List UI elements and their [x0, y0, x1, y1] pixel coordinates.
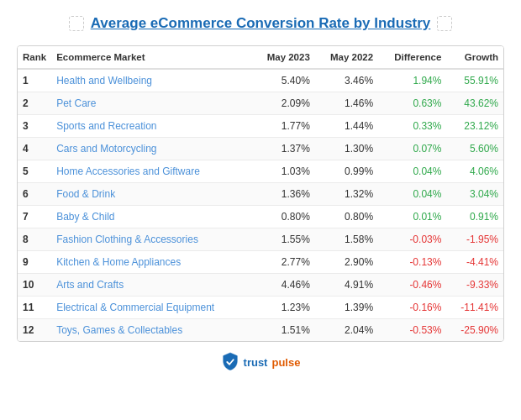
cell-may2023: 5.40% [252, 69, 315, 92]
trustpulse-shield-icon [221, 352, 239, 372]
cell-growth: 43.62% [446, 92, 503, 115]
cell-market: Home Accessories and Giftware [51, 160, 251, 183]
cell-difference: 0.63% [378, 92, 446, 115]
cell-rank: 8 [18, 228, 51, 251]
table-row: 2 Pet Care 2.09% 1.46% 0.63% 43.62% [18, 92, 503, 115]
cell-may2023: 1.36% [252, 183, 315, 206]
title-area: Average eCommerce Conversion Rate by Ind… [17, 15, 504, 32]
cell-may2023: 2.09% [252, 92, 315, 115]
cell-rank: 11 [18, 297, 51, 319]
table-row: 1 Health and Wellbeing 5.40% 3.46% 1.94%… [18, 69, 503, 92]
cell-may2023: 2.77% [252, 251, 315, 274]
cell-difference: 0.33% [378, 115, 446, 138]
cell-may2023: 1.37% [252, 138, 315, 160]
cell-difference: -0.03% [378, 228, 446, 251]
cell-market: Kitchen & Home Appliances [51, 251, 251, 274]
cell-growth: -25.90% [446, 319, 503, 342]
cell-growth: 3.04% [446, 183, 503, 206]
cell-market: Food & Drink [51, 183, 251, 206]
cell-growth: 0.91% [446, 206, 503, 228]
cell-may2022: 1.32% [315, 183, 378, 206]
cell-growth: -9.33% [446, 274, 503, 297]
cell-may2023: 1.03% [252, 160, 315, 183]
brand-trust: trust [244, 356, 268, 369]
cell-market: Toys, Games & Collectables [51, 319, 251, 342]
col-market: Ecommerce Market [51, 46, 251, 69]
col-may2023: May 2023 [252, 46, 315, 69]
data-table-wrapper: Rank Ecommerce Market May 2023 May 2022 … [17, 45, 504, 342]
cell-rank: 7 [18, 206, 51, 228]
table-row: 8 Fashion Clothing & Accessories 1.55% 1… [18, 228, 503, 251]
table-row: 10 Arts and Crafts 4.46% 4.91% -0.46% -9… [18, 274, 503, 297]
cell-market: Arts and Crafts [51, 274, 251, 297]
cell-difference: -0.16% [378, 297, 446, 319]
cell-difference: 0.07% [378, 138, 446, 160]
cell-may2022: 2.90% [315, 251, 378, 274]
col-may2022: May 2022 [315, 46, 378, 69]
cell-may2023: 1.55% [252, 228, 315, 251]
cell-may2022: 0.80% [315, 206, 378, 228]
cell-growth: 23.12% [446, 115, 503, 138]
col-growth: Growth [446, 46, 503, 69]
cell-rank: 9 [18, 251, 51, 274]
cell-may2022: 1.46% [315, 92, 378, 115]
cell-may2022: 1.30% [315, 138, 378, 160]
col-difference: Difference [378, 46, 446, 69]
cell-rank: 1 [18, 69, 51, 92]
table-row: 11 Electrical & Commercial Equipment 1.2… [18, 297, 503, 319]
cell-may2022: 1.44% [315, 115, 378, 138]
table-row: 12 Toys, Games & Collectables 1.51% 2.04… [18, 319, 503, 342]
cell-market: Fashion Clothing & Accessories [51, 228, 251, 251]
cell-may2023: 1.51% [252, 319, 315, 342]
cell-may2023: 1.23% [252, 297, 315, 319]
table-header-row: Rank Ecommerce Market May 2023 May 2022 … [18, 46, 503, 69]
brand-pulse: pulse [271, 356, 300, 369]
cell-market: Cars and Motorcycling [51, 138, 251, 160]
footer: trustpulse [221, 352, 301, 372]
table-row: 4 Cars and Motorcycling 1.37% 1.30% 0.07… [18, 138, 503, 160]
cell-market: Sports and Recreation [51, 115, 251, 138]
cell-growth: 55.91% [446, 69, 503, 92]
conversion-table: Rank Ecommerce Market May 2023 May 2022 … [18, 46, 503, 341]
cell-growth: -11.41% [446, 297, 503, 319]
cell-may2022: 0.99% [315, 160, 378, 183]
table-row: 7 Baby & Child 0.80% 0.80% 0.01% 0.91% [18, 206, 503, 228]
cell-growth: 5.60% [446, 138, 503, 160]
cell-rank: 12 [18, 319, 51, 342]
col-rank: Rank [18, 46, 51, 69]
cell-may2022: 1.39% [315, 297, 378, 319]
cell-difference: -0.46% [378, 274, 446, 297]
cell-rank: 3 [18, 115, 51, 138]
cell-market: Pet Care [51, 92, 251, 115]
trustpulse-logo: trustpulse [221, 352, 301, 372]
cell-may2022: 2.04% [315, 319, 378, 342]
cell-may2023: 1.77% [252, 115, 315, 138]
cell-market: Electrical & Commercial Equipment [51, 297, 251, 319]
cell-difference: 0.04% [378, 160, 446, 183]
cell-difference: 0.01% [378, 206, 446, 228]
cell-market: Baby & Child [51, 206, 251, 228]
table-row: 9 Kitchen & Home Appliances 2.77% 2.90% … [18, 251, 503, 274]
cell-may2022: 3.46% [315, 69, 378, 92]
cell-rank: 5 [18, 160, 51, 183]
table-row: 5 Home Accessories and Giftware 1.03% 0.… [18, 160, 503, 183]
cell-may2023: 0.80% [252, 206, 315, 228]
cell-market: Health and Wellbeing [51, 69, 251, 92]
deco-box-left [69, 16, 84, 31]
cell-rank: 4 [18, 138, 51, 160]
cell-difference: -0.13% [378, 251, 446, 274]
cell-may2023: 4.46% [252, 274, 315, 297]
cell-growth: -4.41% [446, 251, 503, 274]
deco-box-right [437, 16, 452, 31]
table-row: 6 Food & Drink 1.36% 1.32% 0.04% 3.04% [18, 183, 503, 206]
cell-difference: 0.04% [378, 183, 446, 206]
cell-may2022: 4.91% [315, 274, 378, 297]
cell-rank: 10 [18, 274, 51, 297]
cell-rank: 6 [18, 183, 51, 206]
table-row: 3 Sports and Recreation 1.77% 1.44% 0.33… [18, 115, 503, 138]
cell-rank: 2 [18, 92, 51, 115]
cell-may2022: 1.58% [315, 228, 378, 251]
table-body: 1 Health and Wellbeing 5.40% 3.46% 1.94%… [18, 69, 503, 341]
cell-growth: -1.95% [446, 228, 503, 251]
page-title: Average eCommerce Conversion Rate by Ind… [91, 15, 431, 32]
